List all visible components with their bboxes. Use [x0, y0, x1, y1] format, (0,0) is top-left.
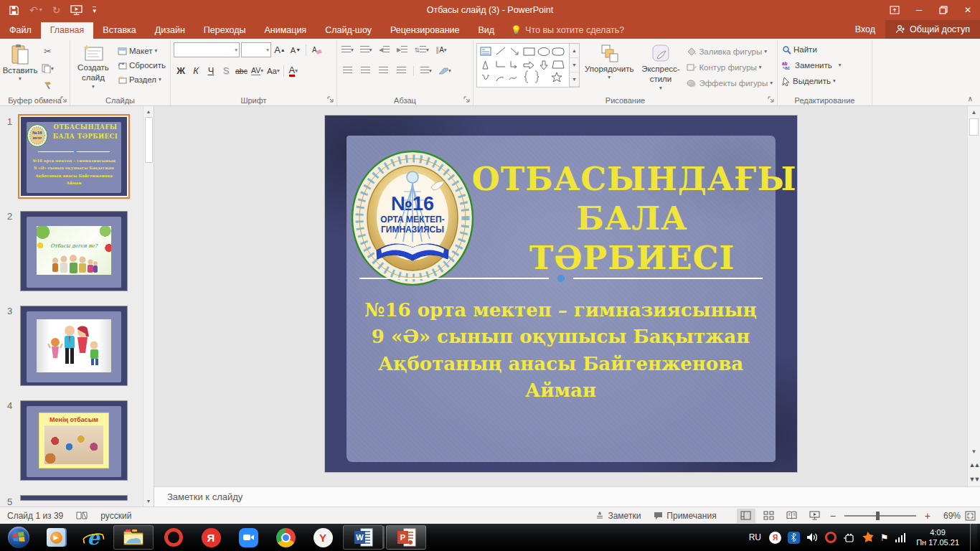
zoom-app-icon[interactable]: [230, 524, 267, 551]
shape-outline-button[interactable]: Контур фигуры▾: [685, 61, 774, 74]
character-spacing-button[interactable]: AV▾: [250, 63, 265, 78]
powerpoint-icon[interactable]: P: [386, 525, 426, 550]
slide-counter[interactable]: Слайд 1 из 39: [7, 511, 63, 521]
strikethrough-button[interactable]: abc: [234, 63, 249, 78]
italic-button[interactable]: К: [189, 63, 203, 78]
quick-styles-button[interactable]: Экспресс-стили ▾: [639, 42, 682, 93]
normal-view-button[interactable]: [737, 509, 755, 523]
numbering-icon[interactable]: ▾: [359, 42, 374, 57]
slide-title-textbox[interactable]: ОТБАСЫНДАҒЫ БАЛА ТӘРБИЕСІ: [472, 160, 793, 278]
shapes-scroll-up-icon[interactable]: ▲: [570, 44, 579, 58]
bullets-icon[interactable]: ▾: [340, 42, 355, 57]
scroll-down-icon[interactable]: ▼: [968, 446, 980, 458]
change-case-button[interactable]: Aa▾: [265, 63, 281, 78]
replace-button[interactable]: abac Заменить▾: [781, 59, 869, 72]
chrome-icon[interactable]: [267, 524, 304, 551]
thumbnail-slide-5[interactable]: 5: [7, 495, 143, 507]
redo-icon[interactable]: ↻: [52, 5, 61, 15]
previous-slide-button[interactable]: ▲▲: [968, 458, 980, 472]
columns-icon[interactable]: ▾: [419, 63, 433, 78]
text-direction-icon[interactable]: ∥А▾: [434, 42, 448, 57]
paste-button[interactable]: Вставить ▾: [3, 42, 37, 93]
battery-icon[interactable]: [843, 533, 855, 542]
reset-button[interactable]: Сбросить: [116, 59, 167, 72]
reading-view-button[interactable]: [783, 509, 801, 523]
avast-icon[interactable]: [862, 532, 874, 543]
spellcheck-icon[interactable]: [76, 511, 88, 520]
customize-qat-icon[interactable]: ▾: [93, 6, 96, 14]
thumbnail-slide-2[interactable]: 2 Отбасы деген не?: [7, 211, 143, 291]
sign-in-button[interactable]: Вход: [845, 22, 885, 38]
cut-icon[interactable]: ✂: [40, 44, 55, 59]
copy-icon[interactable]: ▾: [40, 61, 55, 76]
notes-toggle-button[interactable]: Заметки: [591, 509, 645, 522]
thumbnail-slide-1[interactable]: 1 №16МЕКТЕП ОТБАСЫНДАҒЫБАЛА ТӘРБИЕСІ №16…: [7, 116, 143, 197]
tray-opera-icon[interactable]: [825, 532, 837, 543]
shapes-gallery[interactable]: [476, 43, 570, 88]
language-switcher[interactable]: RU: [748, 532, 763, 542]
bluetooth-icon[interactable]: [788, 532, 800, 544]
notes-pane[interactable]: Заметки к слайду: [154, 486, 980, 507]
comments-toggle-button[interactable]: Примечания: [649, 509, 720, 522]
yandex-icon[interactable]: Я: [192, 524, 230, 551]
align-right-icon[interactable]: [376, 63, 390, 78]
find-button[interactable]: Найти: [781, 43, 869, 56]
file-explorer-icon[interactable]: [113, 525, 154, 550]
shapes-more-icon[interactable]: ▼: [570, 72, 579, 87]
action-center-flag-icon[interactable]: ⚑: [880, 532, 889, 543]
clear-formatting-icon[interactable]: А: [309, 42, 324, 57]
new-slide-button[interactable]: Создать слайд ▾: [73, 42, 113, 93]
underline-button[interactable]: Ч: [204, 63, 218, 78]
internet-explorer-icon[interactable]: e: [75, 524, 112, 551]
zoom-slider-thumb[interactable]: [876, 512, 880, 520]
select-button[interactable]: Выделить▾: [781, 75, 869, 88]
tab-file[interactable]: Файл: [0, 22, 41, 39]
tab-design[interactable]: Дизайн: [146, 22, 194, 39]
grow-font-icon[interactable]: А▲: [273, 42, 287, 57]
slide-canvas[interactable]: №16 ОРТА МЕКТЕП- ГИМНАЗИЯСЫ ОТБАСЫНДАҒЫ …: [325, 116, 797, 472]
tab-view[interactable]: Вид: [468, 22, 504, 39]
shrink-font-icon[interactable]: А▼: [288, 42, 303, 57]
start-button[interactable]: [0, 524, 37, 551]
taskbar-clock[interactable]: 4:09 Пн 17.05.21: [912, 527, 963, 548]
ribbon-display-options-icon[interactable]: [882, 0, 907, 20]
tab-slideshow[interactable]: Слайд-шоу: [316, 22, 381, 39]
drawing-dialog-launcher-icon[interactable]: [768, 96, 775, 103]
tab-insert[interactable]: Вставка: [93, 22, 145, 39]
font-color-button[interactable]: А▾: [286, 63, 301, 78]
word-icon[interactable]: W: [343, 525, 383, 550]
zoom-in-button[interactable]: +: [923, 510, 932, 522]
slide-subtitle-textbox[interactable]: №16 орта мектеп – гимназиясының 9 «Ә» сы…: [339, 297, 783, 405]
justify-icon[interactable]: [394, 63, 408, 78]
tab-home[interactable]: Главная: [41, 22, 94, 39]
arrange-button[interactable]: Упорядочить ▾: [583, 42, 636, 93]
increase-indent-icon[interactable]: ▶: [395, 42, 410, 57]
shapes-scroll-down-icon[interactable]: ▼: [570, 58, 579, 72]
format-painter-icon[interactable]: [40, 78, 55, 93]
smartart-icon[interactable]: ▾: [437, 63, 453, 78]
paste-dropdown-arrow[interactable]: ▾: [19, 75, 22, 82]
bold-button[interactable]: Ж: [174, 63, 188, 78]
slideshow-view-button[interactable]: [806, 509, 824, 523]
align-left-icon[interactable]: [340, 63, 354, 78]
tray-yandex-icon[interactable]: Я: [769, 532, 781, 544]
thumbnail-slide-4[interactable]: 4 Менің отбасым: [7, 400, 143, 481]
scroll-thumb[interactable]: [969, 118, 979, 136]
close-button[interactable]: ✕: [956, 0, 980, 20]
start-slideshow-icon[interactable]: [70, 5, 83, 16]
line-spacing-icon[interactable]: ⇅▾: [413, 42, 430, 57]
scroll-up-icon[interactable]: ▲: [968, 106, 980, 118]
thumbnail-scrollbar[interactable]: ▲ ▼: [143, 106, 154, 507]
shape-fill-button[interactable]: Заливка фигуры▾: [685, 45, 774, 58]
undo-icon[interactable]: ↶▾: [29, 5, 42, 15]
shape-effects-button[interactable]: Эффекты фигуры▾: [685, 77, 774, 90]
fit-slide-to-window-icon[interactable]: [965, 511, 976, 521]
clipboard-dialog-launcher-icon[interactable]: [60, 96, 67, 103]
save-icon[interactable]: [9, 5, 19, 16]
next-slide-button[interactable]: ▼▼: [968, 472, 980, 486]
paragraph-dialog-launcher-icon[interactable]: [463, 96, 471, 103]
section-button[interactable]: Раздел▾: [116, 73, 167, 86]
slide-sorter-view-button[interactable]: [760, 509, 778, 523]
align-center-icon[interactable]: [358, 63, 372, 78]
collapse-ribbon-icon[interactable]: ∧: [968, 95, 973, 103]
